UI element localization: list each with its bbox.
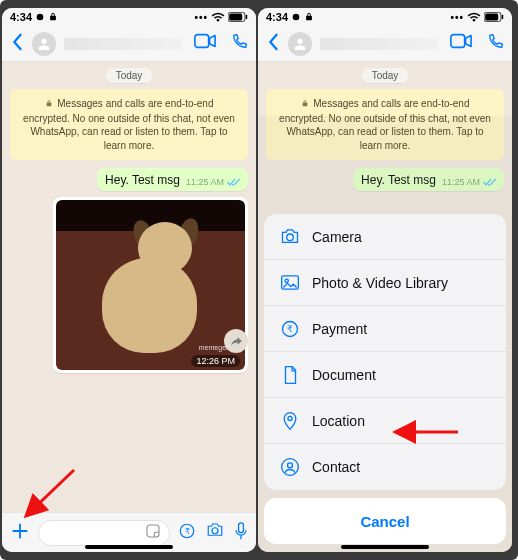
e2e-text: Messages and calls are end-to-end encryp… — [23, 98, 235, 151]
lock-icon — [304, 12, 314, 22]
sheet-item-label: Location — [312, 413, 365, 429]
alarm-icon — [291, 12, 301, 22]
svg-rect-8 — [239, 522, 244, 532]
dots-icon: ••• — [194, 12, 208, 23]
sheet-item-label: Photo & Video Library — [312, 275, 448, 291]
back-button[interactable] — [10, 33, 24, 55]
sheet-item-library[interactable]: Photo & Video Library — [264, 260, 506, 306]
svg-rect-2 — [246, 15, 248, 20]
video-call-button[interactable] — [450, 33, 472, 55]
svg-text:₹: ₹ — [287, 324, 293, 334]
svg-rect-11 — [502, 15, 504, 20]
day-pill: Today — [106, 68, 153, 83]
svg-rect-3 — [195, 34, 209, 47]
rupee-icon: ₹ — [280, 319, 300, 339]
voice-call-button[interactable] — [486, 33, 504, 55]
home-indicator — [85, 545, 173, 549]
image-time: 12:26 PM — [191, 355, 240, 367]
image-message[interactable]: memegenerat 12:26 PM — [53, 197, 248, 373]
message-input[interactable] — [38, 520, 170, 546]
screenshot-left: 4:34 ••• — [2, 8, 256, 552]
camera-icon — [280, 228, 300, 245]
sheet-item-label: Contact — [312, 459, 360, 475]
svg-point-7 — [212, 527, 218, 533]
location-icon — [280, 411, 300, 431]
svg-rect-10 — [485, 14, 498, 21]
avatar[interactable] — [32, 32, 56, 56]
svg-point-18 — [288, 416, 292, 420]
home-indicator — [341, 545, 429, 549]
avatar[interactable] — [288, 32, 312, 56]
attach-button[interactable] — [10, 521, 30, 545]
sheet-item-contact[interactable]: Contact — [264, 444, 506, 490]
contact-name[interactable] — [320, 38, 438, 50]
svg-point-13 — [287, 234, 294, 241]
contact-icon — [280, 457, 300, 477]
payment-icon[interactable]: ₹ — [178, 522, 196, 544]
sticker-icon[interactable] — [145, 523, 161, 543]
dots-icon: ••• — [450, 12, 464, 23]
svg-point-19 — [282, 459, 299, 476]
cancel-label: Cancel — [360, 513, 409, 530]
back-button[interactable] — [266, 33, 280, 55]
photo-icon — [280, 274, 300, 291]
forward-button[interactable] — [224, 329, 248, 353]
svg-rect-1 — [229, 14, 242, 21]
status-time: 4:34 — [10, 11, 32, 23]
e2e-notice[interactable]: Messages and calls are end-to-end encryp… — [10, 89, 248, 160]
read-check-icon — [227, 178, 241, 187]
status-bar: 4:34 ••• — [258, 8, 512, 26]
lock-icon — [48, 12, 58, 22]
lock-small-icon — [45, 98, 53, 112]
lock-small-icon — [301, 98, 309, 112]
wifi-icon — [467, 12, 481, 22]
svg-rect-12 — [451, 34, 465, 47]
alarm-icon — [35, 12, 45, 22]
cancel-button[interactable]: Cancel — [264, 498, 506, 544]
svg-text:₹: ₹ — [185, 527, 190, 536]
message-text: Hey. Test msg — [105, 173, 180, 187]
sheet-item-camera[interactable]: Camera — [264, 214, 506, 260]
sheet-item-label: Payment — [312, 321, 367, 337]
status-time: 4:34 — [266, 11, 288, 23]
status-bar: 4:34 ••• — [2, 8, 256, 26]
sheet-item-document[interactable]: Document — [264, 352, 506, 398]
camera-icon[interactable] — [206, 522, 224, 544]
svg-point-15 — [285, 279, 288, 282]
screenshot-right: 4:34 ••• — [258, 8, 512, 552]
chat-header — [258, 26, 512, 62]
document-icon — [280, 365, 300, 385]
battery-icon — [484, 12, 504, 22]
action-sheet: Camera Photo & Video Library ₹ Payment D… — [264, 214, 506, 544]
sheet-item-label: Camera — [312, 229, 362, 245]
day-pill: Today — [362, 68, 409, 83]
chat-area[interactable]: Today Messages and calls are end-to-end … — [2, 62, 256, 512]
sheet-item-payment[interactable]: ₹ Payment — [264, 306, 506, 352]
sheet-item-location[interactable]: Location — [264, 398, 506, 444]
message-bubble[interactable]: Hey. Test msg 11:25 AM — [97, 168, 248, 191]
battery-icon — [228, 12, 248, 22]
sheet-item-label: Document — [312, 367, 376, 383]
voice-call-button[interactable] — [230, 33, 248, 55]
message-time: 11:25 AM — [186, 177, 224, 187]
chat-header — [2, 26, 256, 62]
svg-rect-4 — [147, 525, 159, 537]
mic-icon[interactable] — [234, 522, 248, 544]
wifi-icon — [211, 12, 225, 22]
contact-name[interactable] — [64, 38, 182, 50]
svg-point-20 — [288, 463, 293, 468]
video-call-button[interactable] — [194, 33, 216, 55]
